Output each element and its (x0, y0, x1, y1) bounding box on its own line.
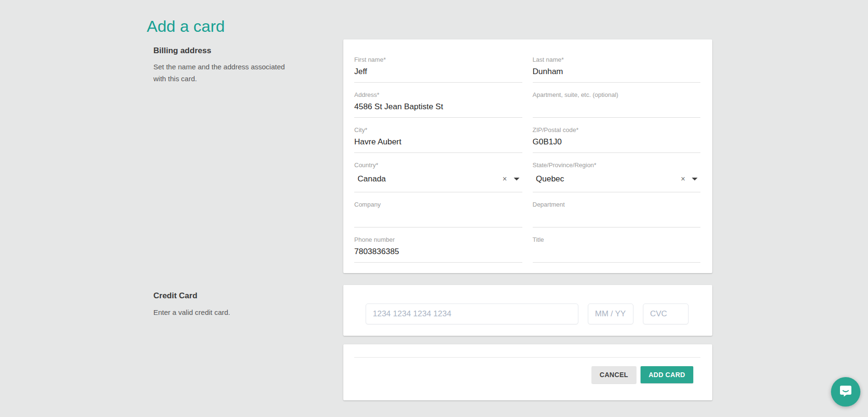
address-label: Address* (354, 91, 522, 99)
credit-card-input-row (343, 285, 712, 336)
input-underline (354, 82, 522, 83)
field-zip: ZIP/Postal code* (533, 126, 701, 153)
apartment-input[interactable] (533, 101, 701, 112)
field-country: Country* Canada × (354, 161, 522, 192)
credit-card-panel (343, 285, 712, 336)
page-title: Add a card (147, 17, 225, 36)
actions-button-row: CANCEL ADD CARD (592, 366, 693, 383)
last-name-input[interactable] (533, 66, 701, 77)
address-input[interactable] (354, 101, 522, 112)
input-underline (533, 192, 701, 192)
chat-launcher-button[interactable] (831, 377, 860, 407)
card-expiry-input[interactable] (588, 303, 633, 324)
phone-input[interactable] (354, 246, 522, 257)
billing-address-panel: First name* Last name* Address* Apartmen… (343, 39, 712, 273)
company-input[interactable] (354, 211, 522, 222)
card-number-input[interactable] (366, 303, 578, 324)
add-card-button[interactable]: ADD CARD (641, 366, 693, 383)
billing-address-description: Set the name and the address associated … (153, 61, 293, 85)
field-first-name: First name* (354, 56, 522, 83)
department-input[interactable] (533, 211, 701, 222)
last-name-label: Last name* (533, 56, 701, 64)
first-name-input[interactable] (354, 66, 522, 77)
field-title: Title (533, 236, 701, 263)
actions-divider (354, 357, 700, 358)
country-selected-value: Canada (358, 174, 502, 184)
input-underline (533, 117, 701, 118)
title-label: Title (533, 236, 701, 244)
field-city: City* (354, 126, 522, 153)
input-underline (354, 192, 522, 192)
clear-icon[interactable]: × (502, 175, 507, 183)
phone-label: Phone number (354, 236, 522, 244)
chat-bubble-icon (839, 384, 853, 400)
state-selected-value: Quebec (536, 174, 681, 184)
state-select[interactable]: Quebec × (533, 173, 701, 184)
field-state: State/Province/Region* Quebec × (533, 161, 701, 192)
input-underline (533, 82, 701, 83)
state-label: State/Province/Region* (533, 161, 701, 169)
billing-form-grid: First name* Last name* Address* Apartmen… (343, 39, 712, 263)
billing-address-heading: Billing address (153, 46, 211, 56)
field-last-name: Last name* (533, 56, 701, 83)
credit-card-heading: Credit Card (153, 291, 198, 301)
first-name-label: First name* (354, 56, 522, 64)
title-input[interactable] (533, 246, 701, 257)
field-apartment: Apartment, suite, etc. (optional) (533, 91, 701, 118)
input-underline (533, 227, 701, 227)
city-input[interactable] (354, 136, 522, 147)
field-address: Address* (354, 91, 522, 118)
country-select[interactable]: Canada × (354, 173, 522, 184)
input-underline (354, 262, 522, 263)
actions-panel: CANCEL ADD CARD (343, 344, 712, 400)
country-label: Country* (354, 161, 522, 169)
field-department: Department (533, 201, 701, 227)
input-underline (354, 152, 522, 153)
input-underline (533, 262, 701, 263)
field-phone: Phone number (354, 236, 522, 263)
card-cvc-input[interactable] (643, 303, 689, 324)
zip-input[interactable] (533, 136, 701, 147)
input-underline (533, 152, 701, 153)
city-label: City* (354, 126, 522, 134)
credit-card-description: Enter a valid credit card. (153, 306, 293, 318)
department-label: Department (533, 201, 701, 208)
company-label: Company (354, 201, 522, 208)
input-underline (354, 227, 522, 227)
cancel-button[interactable]: CANCEL (592, 366, 636, 383)
dropdown-arrow-icon[interactable] (514, 178, 519, 180)
input-underline (354, 117, 522, 118)
zip-label: ZIP/Postal code* (533, 126, 701, 134)
dropdown-arrow-icon[interactable] (692, 178, 698, 180)
apartment-label: Apartment, suite, etc. (optional) (533, 91, 701, 99)
clear-icon[interactable]: × (681, 175, 685, 183)
field-company: Company (354, 201, 522, 227)
